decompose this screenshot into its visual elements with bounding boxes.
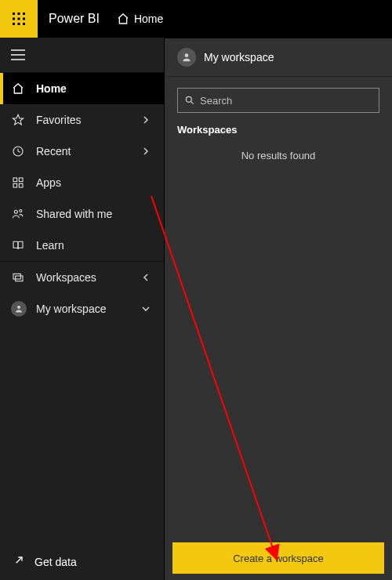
nav-item-workspaces[interactable]: Workspaces (0, 262, 164, 293)
app-launcher-button[interactable] (0, 0, 38, 38)
create-workspace-button[interactable]: Create a workspace (172, 542, 384, 574)
avatar-icon (177, 48, 196, 67)
svg-rect-2 (23, 13, 25, 15)
get-data-icon (11, 556, 24, 568)
svg-rect-21 (16, 276, 23, 281)
svg-rect-5 (23, 18, 25, 20)
nav-item-label: Recent (36, 145, 142, 158)
nav-item-apps[interactable]: Apps (0, 167, 164, 198)
nav-item-label: Shared with me (36, 208, 153, 220)
nav-item-my-workspace[interactable]: My workspace (0, 293, 164, 324)
svg-point-19 (20, 209, 22, 212)
svg-rect-0 (13, 13, 15, 15)
svg-rect-20 (13, 274, 20, 279)
top-bar: Power BI Home (0, 0, 392, 38)
svg-point-18 (14, 210, 17, 213)
empty-state-text: No results found (177, 150, 379, 161)
workspaces-icon (11, 271, 25, 284)
svg-rect-7 (18, 23, 20, 25)
svg-line-23 (16, 557, 22, 563)
search-icon (184, 95, 195, 106)
waffle-icon (12, 12, 26, 26)
nav-item-learn[interactable]: Learn (0, 230, 164, 261)
chevron-down-icon (142, 305, 153, 313)
svg-rect-16 (13, 183, 17, 187)
breadcrumb-home[interactable]: Home (117, 13, 163, 25)
workspaces-section-label: Workspaces (177, 124, 379, 136)
svg-point-25 (186, 96, 191, 102)
workspace-panel: My workspace Workspaces No results found… (165, 38, 392, 580)
shared-icon (11, 208, 25, 220)
side-nav: Home Favorites Recent (0, 38, 165, 580)
chevron-left-icon (142, 274, 153, 281)
chevron-right-icon (142, 147, 153, 155)
panel-header: My workspace (165, 38, 392, 77)
get-data-label: Get data (34, 556, 77, 568)
hamburger-icon (11, 49, 25, 60)
svg-rect-1 (18, 13, 20, 15)
nav-item-label: Apps (36, 176, 153, 189)
nav-item-label: Favorites (36, 114, 142, 126)
svg-point-24 (185, 53, 189, 57)
brand-label: Power BI (49, 12, 100, 26)
apps-icon (11, 176, 25, 189)
nav-item-home[interactable]: Home (0, 73, 164, 104)
chevron-right-icon (142, 116, 153, 124)
clock-icon (11, 145, 25, 158)
nav-item-recent[interactable]: Recent (0, 136, 164, 167)
svg-line-26 (191, 101, 193, 103)
avatar-icon (11, 301, 27, 317)
nav-toggle-button[interactable] (0, 38, 164, 72)
svg-marker-12 (13, 114, 23, 125)
panel-title: My workspace (204, 51, 274, 63)
svg-rect-6 (13, 23, 15, 25)
svg-point-22 (17, 306, 20, 309)
breadcrumb-label: Home (134, 13, 163, 25)
nav-item-label: Workspaces (36, 271, 142, 284)
svg-rect-14 (13, 178, 17, 182)
svg-rect-15 (19, 178, 23, 182)
nav-item-shared[interactable]: Shared with me (0, 198, 164, 230)
nav-item-label: My workspace (36, 303, 142, 315)
svg-rect-8 (23, 23, 25, 25)
search-input[interactable] (200, 95, 372, 107)
nav-item-label: Home (36, 82, 153, 95)
nav-item-favorites[interactable]: Favorites (0, 104, 164, 136)
home-icon (11, 82, 25, 95)
get-data-button[interactable]: Get data (0, 544, 164, 580)
svg-rect-4 (18, 18, 20, 20)
svg-rect-17 (19, 183, 23, 187)
book-icon (11, 239, 25, 252)
search-box[interactable] (177, 88, 379, 113)
star-icon (11, 114, 25, 126)
nav-item-label: Learn (36, 239, 153, 252)
svg-rect-3 (13, 18, 15, 20)
home-icon (117, 13, 129, 25)
